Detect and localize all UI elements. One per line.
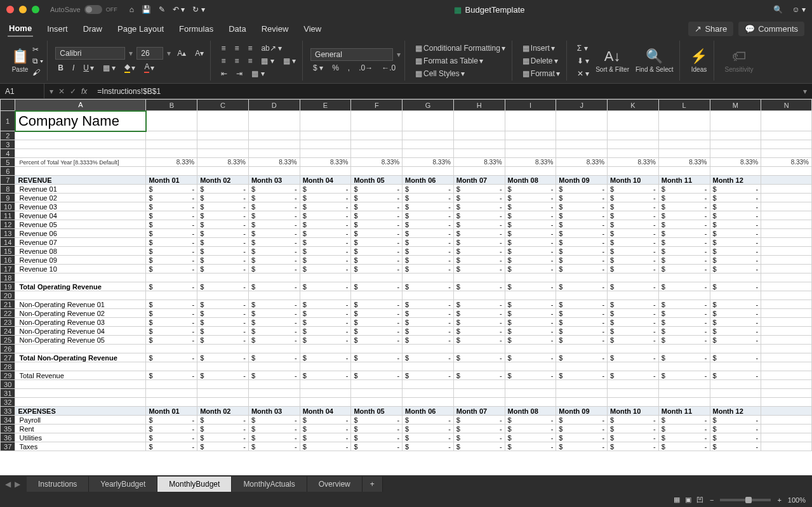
cell[interactable]: $- (248, 425, 300, 433)
cell[interactable] (146, 167, 197, 176)
clear-icon[interactable]: ✕ ▾ (575, 68, 592, 79)
cell[interactable]: $- (710, 371, 761, 380)
cell[interactable]: $- (403, 425, 454, 433)
cell[interactable]: $- (146, 229, 197, 238)
tab-formulas[interactable]: Formulas (178, 22, 215, 36)
cell[interactable]: $- (453, 282, 505, 291)
cell[interactable]: $- (556, 425, 608, 433)
cell[interactable]: Revenue 10 (15, 265, 146, 273)
cell[interactable]: $- (248, 238, 300, 247)
cell[interactable] (505, 167, 556, 176)
cell[interactable]: $- (710, 229, 761, 238)
cell[interactable] (556, 131, 608, 140)
cell[interactable]: $- (658, 336, 710, 345)
cell[interactable]: $- (658, 211, 710, 220)
cell[interactable]: $- (608, 202, 659, 211)
cell[interactable]: $- (608, 211, 659, 220)
cell[interactable]: $- (248, 336, 300, 345)
cell[interactable] (505, 140, 556, 149)
insert-cells-button[interactable]: ▦ Insert ▾ (520, 43, 562, 54)
cell[interactable] (300, 398, 351, 407)
cell[interactable] (403, 111, 454, 131)
cell[interactable]: $- (403, 185, 454, 194)
cell[interactable]: $- (608, 256, 659, 265)
cell[interactable]: Revenue 03 (15, 202, 146, 211)
cell[interactable]: $- (300, 185, 351, 194)
cell[interactable] (146, 273, 197, 282)
cell[interactable]: $- (146, 442, 197, 451)
cell[interactable] (761, 416, 812, 425)
save-icon[interactable]: 💾 (142, 5, 151, 14)
cell[interactable]: $- (351, 433, 403, 442)
cell[interactable]: $- (248, 433, 300, 442)
cell[interactable]: $- (351, 256, 403, 265)
cell[interactable] (453, 389, 505, 398)
cell[interactable] (761, 407, 812, 416)
cell[interactable] (761, 273, 812, 282)
cell[interactable] (197, 398, 249, 407)
cell[interactable]: REVENUE (15, 176, 146, 185)
cell[interactable]: $- (608, 425, 659, 433)
wrap-text-icon[interactable]: ▦ ▾ (258, 55, 276, 67)
cell[interactable]: Non-Operating Revenue 04 (15, 327, 146, 336)
cell[interactable] (761, 380, 812, 389)
cell[interactable] (761, 300, 812, 309)
cell[interactable] (608, 291, 659, 300)
expand-formula-bar-icon[interactable]: ▾ (798, 87, 812, 96)
cell[interactable] (761, 265, 812, 273)
cell[interactable]: $- (248, 265, 300, 273)
cell[interactable] (351, 149, 403, 158)
col-header-M[interactable]: M (710, 100, 761, 111)
cell[interactable]: Month 01 (146, 407, 197, 416)
cell[interactable]: Month 11 (658, 407, 710, 416)
cell[interactable]: $- (658, 238, 710, 247)
cell[interactable] (146, 398, 197, 407)
cell[interactable]: $- (505, 300, 556, 309)
cell[interactable]: $- (300, 425, 351, 433)
cell[interactable] (505, 380, 556, 389)
cell[interactable]: Revenue 09 (15, 256, 146, 265)
cell[interactable]: $- (197, 238, 249, 247)
cell[interactable] (403, 140, 454, 149)
cell[interactable]: $- (146, 238, 197, 247)
cell[interactable]: $- (453, 220, 505, 229)
cell[interactable] (146, 389, 197, 398)
cell[interactable]: $- (300, 318, 351, 327)
cell[interactable] (351, 111, 403, 131)
normal-view-icon[interactable]: ▦ (674, 496, 680, 505)
cell[interactable]: $- (351, 416, 403, 425)
cell[interactable]: Month 09 (556, 176, 608, 185)
cell[interactable]: $- (505, 309, 556, 318)
cell[interactable]: $- (300, 256, 351, 265)
row-header-28[interactable]: 28 (1, 362, 15, 371)
cell[interactable] (658, 389, 710, 398)
cell[interactable] (556, 167, 608, 176)
decrease-decimal-icon[interactable]: ←.0 (379, 62, 398, 74)
cell[interactable] (453, 149, 505, 158)
cell[interactable]: $- (351, 282, 403, 291)
cell[interactable]: $- (608, 327, 659, 336)
cell[interactable]: $- (146, 202, 197, 211)
cell[interactable]: $- (453, 309, 505, 318)
cell[interactable]: $- (197, 229, 249, 238)
cell[interactable]: $- (608, 247, 659, 256)
cell[interactable]: $- (403, 220, 454, 229)
cell[interactable]: $- (146, 318, 197, 327)
cell[interactable]: $- (197, 442, 249, 451)
cell[interactable] (248, 167, 300, 176)
enter-formula-icon[interactable]: ✓ (70, 87, 76, 96)
cell[interactable] (556, 273, 608, 282)
cell[interactable]: $- (505, 371, 556, 380)
cell[interactable] (300, 140, 351, 149)
cell[interactable] (761, 336, 812, 345)
cell[interactable] (505, 389, 556, 398)
cell[interactable] (761, 140, 812, 149)
cell[interactable]: Taxes (15, 442, 146, 451)
cell[interactable]: $- (505, 194, 556, 202)
format-as-table-button[interactable]: ▦ Format as Table ▾ (413, 55, 508, 67)
decrease-indent-icon[interactable]: ⇤ (218, 68, 230, 79)
cell[interactable] (197, 380, 249, 389)
row-header-26[interactable]: 26 (1, 345, 15, 353)
cell[interactable] (608, 345, 659, 353)
cell[interactable] (15, 380, 146, 389)
